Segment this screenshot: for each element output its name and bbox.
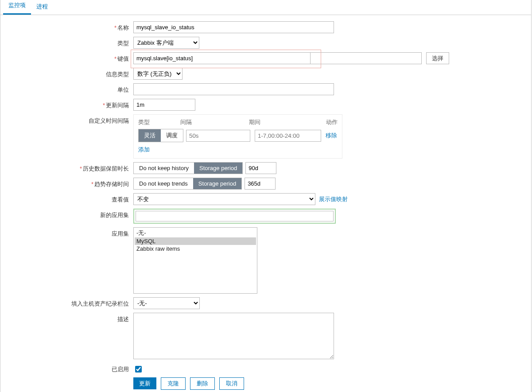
value-view-select[interactable]: 不变 <box>133 193 315 205</box>
label-description: 描述 <box>0 313 133 323</box>
label-name: *名称 <box>0 21 133 32</box>
enabled-checkbox[interactable] <box>135 366 142 373</box>
update-interval-input[interactable] <box>133 99 195 111</box>
label-update-interval: *更新间隔 <box>0 99 133 109</box>
interval-type-seg: 灵活 调度 <box>138 129 183 142</box>
interval-add-link[interactable]: 添加 <box>138 146 150 154</box>
label-enabled: 已启用 <box>0 363 133 373</box>
label-custom-intervals: 自定义时间间隔 <box>0 114 133 125</box>
tab-bar: 监控项 进程 <box>0 0 531 15</box>
name-input[interactable] <box>133 21 334 33</box>
history-seg: Do not keep history Storage period <box>133 162 243 174</box>
type-select[interactable]: Zabbix 客户端 <box>133 37 199 49</box>
delete-button[interactable]: 删除 <box>190 377 215 390</box>
interval-seg-schedule[interactable]: 调度 <box>161 129 183 142</box>
apps-listbox[interactable]: -无- MySQL Zabbix raw items <box>133 227 257 294</box>
trends-period-input[interactable] <box>245 178 276 190</box>
label-new-app: 新的应用集 <box>0 209 133 219</box>
label-type: 类型 <box>0 37 133 47</box>
label-key: *键值 <box>0 52 133 63</box>
select-key-button[interactable]: 选择 <box>426 52 449 64</box>
tab-process[interactable]: 进程 <box>31 0 53 15</box>
inventory-select[interactable]: -无- <box>133 297 200 309</box>
history-no-keep[interactable]: Do not keep history <box>134 163 194 174</box>
label-apps: 应用集 <box>0 227 133 238</box>
clone-button[interactable]: 克隆 <box>161 377 186 390</box>
trends-seg: Do not keep trends Storage period <box>133 178 242 190</box>
unit-input[interactable] <box>133 83 334 95</box>
label-info-type: 信息类型 <box>0 68 133 78</box>
custom-intervals-box: 类型 间隔 期间 动作 灵活 调度 移除 添加 <box>133 114 342 159</box>
cancel-button[interactable]: 取消 <box>219 377 244 390</box>
intervals-hdr-period: 期间 <box>249 118 320 126</box>
trends-storage-period[interactable]: Storage period <box>193 178 241 189</box>
list-item[interactable]: Zabbix raw items <box>135 245 256 252</box>
interval-remove-link[interactable]: 移除 <box>326 132 337 140</box>
intervals-hdr-interval: 间隔 <box>180 118 249 126</box>
intervals-hdr-type: 类型 <box>138 118 180 126</box>
new-app-highlight <box>133 209 336 224</box>
update-button[interactable]: 更新 <box>133 377 156 389</box>
intervals-hdr-action: 动作 <box>320 118 338 126</box>
tab-monitor[interactable]: 监控项 <box>3 0 31 15</box>
label-history: *历史数据保留时长 <box>0 162 133 173</box>
key-input-ext[interactable] <box>311 52 422 64</box>
new-app-input[interactable] <box>136 211 334 221</box>
interval-period-input[interactable] <box>255 130 321 142</box>
key-highlight <box>131 50 321 68</box>
history-storage-period[interactable]: Storage period <box>194 163 242 174</box>
list-item[interactable]: MySQL <box>135 237 256 245</box>
history-period-input[interactable] <box>245 162 276 174</box>
info-type-select[interactable]: 数字 (无正负) <box>133 68 183 80</box>
label-inventory: 填入主机资产纪录栏位 <box>0 297 133 308</box>
interval-value-input[interactable] <box>186 130 250 142</box>
label-value-view: 查看值 <box>0 193 133 204</box>
interval-seg-flex[interactable]: 灵活 <box>139 129 161 142</box>
show-value-map-link[interactable]: 展示值映射 <box>319 195 348 203</box>
description-textarea[interactable] <box>133 313 334 359</box>
label-unit: 单位 <box>0 83 133 94</box>
label-trends: *趋势存储时间 <box>0 178 133 188</box>
list-item[interactable]: -无- <box>135 229 256 237</box>
trends-no-keep[interactable]: Do not keep trends <box>134 178 193 189</box>
